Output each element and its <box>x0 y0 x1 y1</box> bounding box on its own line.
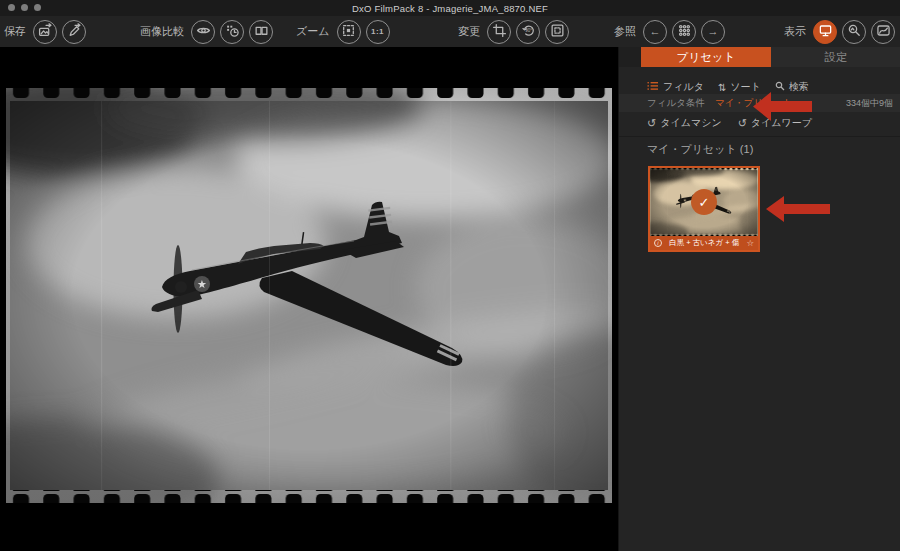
export-image-button[interactable] <box>33 20 57 44</box>
search-label: 検索 <box>789 80 809 94</box>
zoom-fit-button[interactable] <box>337 20 361 44</box>
export-edit-button[interactable] <box>62 20 86 44</box>
filter-menu-label: フィルタ <box>663 80 704 94</box>
export-image-icon <box>38 23 53 41</box>
filter-result-count: 334個中9個 <box>846 97 893 110</box>
time-machine-button[interactable]: ↺ タイムマシン <box>647 116 722 130</box>
display-group: 表示 <box>784 16 895 47</box>
my-presets-section-title: マイ・プリセット (1) <box>647 142 753 157</box>
arrow-left-icon: ← <box>650 26 661 37</box>
one-to-one-icon: 1:1 <box>371 27 384 36</box>
svg-text:90°: 90° <box>525 28 532 33</box>
arrow-right-icon: → <box>708 26 719 37</box>
filter-condition-row: フィルタ条件 マイ・プリセット 334個中9個 <box>619 94 900 112</box>
filter-list-icon <box>647 81 659 93</box>
tab-settings-label: 設定 <box>825 50 848 65</box>
info-icon[interactable]: i <box>654 239 662 247</box>
close-window-button[interactable] <box>8 4 15 11</box>
browse-group: 参照 ← → <box>614 16 725 47</box>
display-histogram-button[interactable] <box>871 20 895 44</box>
modify-group: 変更 90° <box>458 16 569 47</box>
side-by-side-icon <box>254 23 269 41</box>
preset-card[interactable]: ✓ i 白黒 + 古いネガ + 傷 ☆ <box>648 166 760 252</box>
panel-divider <box>619 136 900 137</box>
filter-bar: フィルタ ⇅ ソート 検索 <box>647 80 809 94</box>
minimize-window-button[interactable] <box>21 4 28 11</box>
main-toolbar: 保存 画像比較 <box>0 16 900 47</box>
filter-menu-button[interactable]: フィルタ <box>647 80 704 94</box>
panel-tab-bar: プリセット 設定 <box>619 47 900 67</box>
search-icon <box>775 81 785 93</box>
monitor-icon <box>818 23 833 41</box>
tab-presets-label: プリセット <box>677 50 736 65</box>
filter-condition-label: フィルタ条件 <box>647 97 705 110</box>
rotate-90-icon: 90° <box>521 23 536 41</box>
compare-side-by-side-button[interactable] <box>249 20 273 44</box>
compare-group-label: 画像比較 <box>140 24 184 39</box>
grid-icon <box>677 23 692 41</box>
frame-button[interactable] <box>545 20 569 44</box>
zoom-group-label: ズーム <box>296 24 330 39</box>
browse-group-label: 参照 <box>614 24 636 39</box>
presets-panel: プリセット 設定 フィルタ ⇅ ソート 検索 <box>618 47 900 551</box>
rotate-button[interactable]: 90° <box>516 20 540 44</box>
eye-icon <box>196 23 211 41</box>
fit-screen-icon <box>341 23 356 41</box>
save-group: 保存 <box>4 16 86 47</box>
film-strip-photo <box>6 88 612 503</box>
crop-icon <box>492 23 507 41</box>
title-bar: DxO FilmPack 8 - Jmagerie_JMA_8870.NEF <box>0 0 900 16</box>
frame-icon <box>550 23 565 41</box>
zoom-one-to-one-button[interactable]: 1:1 <box>366 20 390 44</box>
time-warp-icon: ↺ <box>738 118 747 129</box>
favorite-star-icon[interactable]: ☆ <box>746 239 754 248</box>
time-warp-button[interactable]: ↺ タイムワープ <box>738 116 812 130</box>
compare-preview-button[interactable] <box>191 20 215 44</box>
window-title: DxO FilmPack 8 - Jmagerie_JMA_8870.NEF <box>352 3 548 14</box>
tab-settings[interactable]: 設定 <box>771 47 900 67</box>
tab-presets[interactable]: プリセット <box>641 47 771 67</box>
time-machine-label: タイムマシン <box>660 116 721 130</box>
sort-menu-button[interactable]: ⇅ ソート <box>718 80 761 94</box>
display-screen-button[interactable] <box>813 20 837 44</box>
window-controls <box>8 4 41 11</box>
zoom-group: ズーム 1:1 <box>296 16 390 47</box>
save-group-label: 保存 <box>4 24 26 39</box>
history-grid-icon <box>225 23 240 41</box>
app-window: ★ <box>0 0 900 551</box>
display-group-label: 表示 <box>784 24 806 39</box>
loupe-icon <box>847 23 862 41</box>
export-edit-icon <box>67 23 82 41</box>
time-tools-row: ↺ タイムマシン ↺ タイムワープ <box>647 115 812 131</box>
filter-condition-value[interactable]: マイ・プリセット <box>715 97 793 110</box>
tone-curve-icon <box>876 23 891 41</box>
time-machine-icon: ↺ <box>647 118 656 129</box>
maximize-window-button[interactable] <box>34 4 41 11</box>
crop-button[interactable] <box>487 20 511 44</box>
sort-menu-label: ソート <box>730 80 760 94</box>
next-image-button[interactable]: → <box>701 20 725 44</box>
compare-history-button[interactable] <box>220 20 244 44</box>
preset-applied-badge: ✓ <box>691 189 717 215</box>
display-loupe-button[interactable] <box>842 20 866 44</box>
compare-group: 画像比較 <box>140 16 273 47</box>
preset-thumbnail: ✓ <box>650 168 758 236</box>
preset-name: 白黒 + 古いネガ + 傷 <box>665 238 743 248</box>
image-browser-button[interactable] <box>672 20 696 44</box>
image-canvas[interactable] <box>0 47 618 551</box>
modify-group-label: 変更 <box>458 24 480 39</box>
preset-caption-bar: i 白黒 + 古いネガ + 傷 ☆ <box>650 236 758 250</box>
check-icon: ✓ <box>699 195 710 210</box>
search-button[interactable]: 検索 <box>775 80 809 94</box>
sort-icon: ⇅ <box>718 82 726 93</box>
previous-image-button[interactable]: ← <box>643 20 667 44</box>
time-warp-label: タイムワープ <box>751 116 812 130</box>
